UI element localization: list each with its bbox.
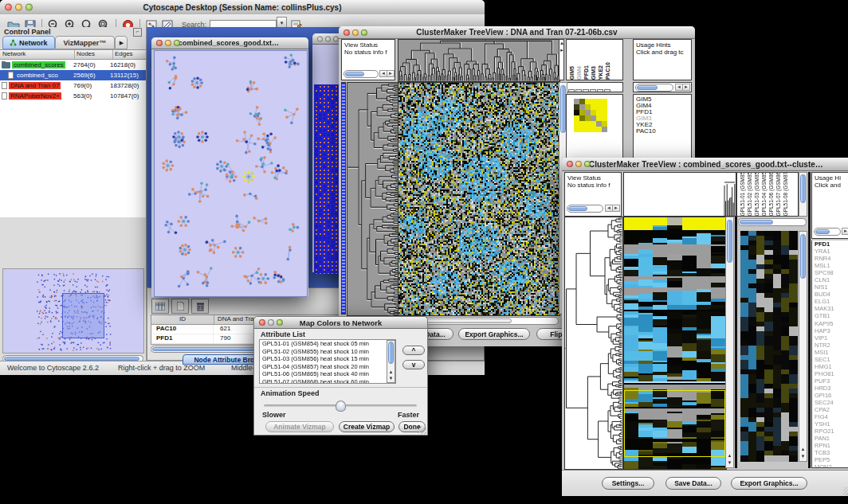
view-status-hscrollbar[interactable] bbox=[344, 70, 379, 78]
column-header-nodes[interactable]: Nodes bbox=[75, 50, 113, 59]
save-data-button[interactable]: Save Data... bbox=[665, 477, 721, 490]
network-table-row[interactable]: combined_scores2764(0)16218(0) bbox=[0, 60, 146, 70]
zoom-icon[interactable] bbox=[584, 161, 591, 167]
gene-label[interactable]: FIG4 bbox=[815, 413, 848, 420]
gene-label[interactable]: NIS1 bbox=[815, 283, 848, 291]
export-graphics-button[interactable]: Export Graphics... bbox=[731, 477, 807, 490]
gene-label[interactable]: HAP3 bbox=[815, 327, 848, 334]
gene-label[interactable]: MON2 bbox=[815, 463, 848, 468]
gene-label[interactable]: GPI16 bbox=[815, 392, 848, 399]
move-up-button[interactable]: ^ bbox=[402, 346, 425, 355]
heatmap-selection-rect[interactable] bbox=[624, 390, 725, 457]
minimize-icon[interactable] bbox=[15, 4, 22, 11]
gene-label[interactable]: PFD1 bbox=[815, 240, 848, 248]
create-vizmap-button[interactable]: Create Vizmap bbox=[339, 421, 395, 432]
column-dendrogram-canvas[interactable] bbox=[623, 172, 736, 217]
gene-label[interactable]: RNR4 bbox=[815, 255, 848, 262]
gene-label[interactable]: MAK31 bbox=[815, 305, 848, 312]
gene-label[interactable]: RPN1 bbox=[815, 442, 848, 449]
export-graphics-button[interactable]: Export Graphics... bbox=[458, 328, 530, 340]
zoom-heatmap-canvas[interactable] bbox=[740, 231, 798, 462]
delete-attribute-icon[interactable] bbox=[191, 299, 209, 314]
close-icon[interactable] bbox=[259, 319, 265, 326]
listbox-vscrollbar[interactable]: ▲ ▼ bbox=[387, 340, 395, 383]
gene-label[interactable]: PEP5 bbox=[815, 456, 848, 463]
tab-network[interactable]: Network bbox=[2, 36, 55, 49]
zoom-icon[interactable] bbox=[361, 29, 367, 36]
gene-label[interactable]: YRA1 bbox=[815, 248, 848, 255]
scroll-right-icon[interactable]: ► bbox=[612, 205, 620, 212]
label-hscrollbar[interactable] bbox=[635, 84, 673, 92]
attribute-list-item[interactable]: GPL51-07 (GSM868) heat shock 60 min bbox=[260, 378, 395, 385]
gene-label[interactable]: KAP95 bbox=[815, 320, 848, 327]
birdseye-view-canvas[interactable] bbox=[2, 268, 144, 354]
float-panel-icon[interactable]: ⌐ bbox=[133, 28, 142, 37]
zoom-icon[interactable] bbox=[277, 319, 283, 326]
slider-thumb[interactable] bbox=[336, 400, 346, 412]
network-table-row[interactable]: DNA and Tran 07769(0)183728(0) bbox=[0, 80, 146, 91]
gene-label[interactable]: SEC24 bbox=[815, 399, 848, 406]
id-column-header[interactable]: ID bbox=[151, 315, 214, 324]
gene-label[interactable]: MSI1 bbox=[815, 349, 848, 356]
attribute-listbox[interactable]: GPL51-01 (GSM854) heat shock 05 minGPL51… bbox=[259, 339, 396, 384]
attribute-list-item[interactable]: GPL51-04 (GSM857) heat shock 20 min bbox=[260, 363, 395, 371]
column-header-edges[interactable]: Edges bbox=[113, 50, 146, 59]
treeview1-heatmap-canvas[interactable] bbox=[398, 82, 560, 316]
scroll-up-icon[interactable]: ▲ bbox=[799, 446, 807, 453]
gene-label[interactable]: MSL1 bbox=[815, 262, 848, 269]
gene-label[interactable]: HRD3 bbox=[815, 385, 848, 392]
animate-vizmap-button[interactable]: Animate Vizmap bbox=[265, 421, 334, 432]
usage-hints-hscrollbar[interactable] bbox=[814, 228, 841, 236]
gene-label[interactable]: NTR2 bbox=[815, 342, 848, 349]
gene-label[interactable]: VIP1 bbox=[815, 334, 848, 342]
scroll-right-icon[interactable]: ► bbox=[842, 228, 848, 235]
treeview2-titlebar[interactable]: ClusterMaker TreeView : combined_scores_… bbox=[562, 158, 848, 171]
zoom-icon[interactable] bbox=[333, 36, 339, 41]
attribute-list-item[interactable]: GPL51-02 (GSM855) heat shock 10 min bbox=[260, 348, 395, 356]
view-status-hscrollbar[interactable] bbox=[567, 205, 603, 213]
close-icon[interactable] bbox=[156, 40, 163, 46]
gene-label[interactable]: TCB3 bbox=[815, 449, 848, 456]
scroll-up-icon[interactable]: ▲ bbox=[726, 452, 733, 459]
main-titlebar[interactable]: Cytoscape Desktop (Session Name: collins… bbox=[0, 0, 485, 15]
zoom-icon[interactable] bbox=[174, 40, 180, 46]
close-icon[interactable] bbox=[5, 4, 12, 11]
network-table-row[interactable]: RNAPuberNov2+563(0)107847(0) bbox=[0, 91, 146, 101]
resize-grip[interactable] bbox=[418, 426, 426, 434]
dialog-titlebar[interactable]: Map Colors to Network bbox=[254, 317, 427, 329]
scroll-down-icon[interactable]: ▼ bbox=[387, 375, 395, 382]
grid-network-canvas[interactable] bbox=[314, 84, 341, 274]
resize-grip[interactable] bbox=[843, 487, 848, 495]
minimize-icon[interactable] bbox=[325, 36, 331, 41]
close-icon[interactable] bbox=[317, 36, 323, 41]
settings-button[interactable]: Settings... bbox=[602, 477, 654, 490]
create-attribute-icon[interactable] bbox=[171, 299, 189, 314]
scroll-down-icon[interactable]: ▼ bbox=[799, 453, 807, 460]
gene-label[interactable]: BUD4 bbox=[815, 291, 848, 298]
gene-label[interactable]: HMG1 bbox=[815, 363, 848, 370]
row-dendrogram-canvas[interactable] bbox=[564, 217, 623, 470]
gene-label[interactable]: RPO21 bbox=[815, 428, 848, 435]
tab-vizmapper[interactable]: VizMapper™ bbox=[55, 36, 116, 49]
network-window-titlebar[interactable]: combined_scores_good.txt--cluste... bbox=[151, 37, 308, 49]
network-view-canvas[interactable] bbox=[154, 50, 308, 297]
close-icon[interactable] bbox=[344, 29, 350, 36]
attribute-list-item[interactable]: GPL51-06 (GSM865) heat shock 40 min bbox=[260, 370, 395, 378]
scroll-down-icon[interactable]: ▼ bbox=[726, 459, 733, 467]
minimize-icon[interactable] bbox=[575, 161, 582, 167]
column-labels-vscrollbar[interactable] bbox=[799, 172, 807, 217]
gene-label[interactable]: CLN1 bbox=[815, 276, 848, 283]
scroll-right-icon[interactable]: ► bbox=[559, 47, 563, 54]
select-attributes-icon[interactable] bbox=[151, 299, 169, 314]
gene-label[interactable]: SEC1 bbox=[815, 356, 848, 363]
gene-label[interactable]: CPA2 bbox=[815, 406, 848, 413]
scroll-right-icon[interactable]: ► bbox=[387, 70, 395, 77]
gene-label[interactable]: ELG1 bbox=[815, 298, 848, 305]
minimize-icon[interactable] bbox=[268, 319, 274, 326]
column-header-network[interactable]: Network bbox=[0, 50, 75, 59]
gene-label[interactable]: YSH1 bbox=[815, 420, 848, 428]
treeview1-titlebar[interactable]: ClusterMaker TreeView : DNA and Tran 07-… bbox=[339, 26, 695, 39]
tool-icon[interactable] bbox=[583, 89, 589, 92]
row-label[interactable]: PAC10 bbox=[636, 128, 691, 135]
scroll-right-icon[interactable]: ► bbox=[682, 84, 690, 91]
